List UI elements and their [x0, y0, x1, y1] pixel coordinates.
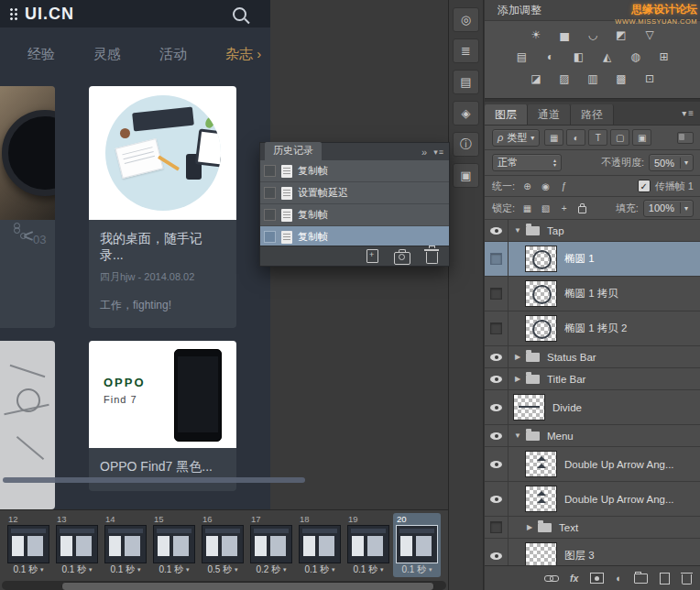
unify-visibility-icon[interactable]: ◉	[538, 180, 553, 193]
panel-menu-icon[interactable]: ▾≡	[682, 102, 700, 125]
card-title[interactable]: 我的桌面，随手记录...	[100, 231, 225, 264]
page-scrollbar[interactable]	[3, 477, 305, 483]
adj-brightness-contrast-icon[interactable]: ☀	[525, 26, 547, 43]
visibility-cell[interactable]	[485, 242, 509, 276]
adj-black-white-icon[interactable]: ◧	[568, 48, 590, 65]
timeline-frame-13[interactable]: 130.1 秒▾	[53, 513, 101, 577]
unify-position-icon[interactable]: ⊕	[520, 180, 535, 193]
layer-row-1[interactable]: ▼Tap	[485, 220, 700, 242]
delete-state-icon[interactable]	[426, 252, 438, 264]
layer-row-8[interactable]: ▼Menu	[485, 425, 700, 447]
tab-layers[interactable]: 图层	[485, 104, 528, 125]
layer-filter-toggle[interactable]	[677, 132, 694, 144]
visibility-cell[interactable]	[485, 390, 509, 424]
expand-triangle-icon[interactable]: ▶	[524, 523, 535, 531]
history-source-box[interactable]	[264, 209, 276, 221]
adj-gradient-map-icon[interactable]: ▩	[610, 70, 632, 87]
layer-row-12[interactable]: 图层 3	[485, 539, 700, 565]
lock-all-icon[interactable]	[574, 202, 590, 215]
timeline-frame-15[interactable]: 150.1 秒▾	[150, 513, 198, 577]
visibility-cell[interactable]	[485, 220, 509, 241]
filter-adjustment-layers-icon[interactable]: ◐	[566, 129, 585, 146]
new-document-from-state-icon[interactable]	[366, 249, 378, 263]
new-group-icon[interactable]	[634, 574, 648, 584]
visibility-cell[interactable]	[485, 482, 509, 516]
adj-vibrance-icon[interactable]: ▽	[639, 26, 661, 43]
layer-row-7[interactable]: Divide	[485, 390, 700, 425]
blend-mode-select[interactable]: 正常 ▴▾	[492, 154, 562, 171]
filter-shape-layers-icon[interactable]: ▢	[610, 129, 629, 146]
fill-select[interactable]: 100% ▾	[643, 200, 694, 217]
panel-menu-icon[interactable]: ▾≡	[433, 148, 443, 157]
link-layers-icon[interactable]	[544, 575, 558, 582]
timeline-frame-20[interactable]: 200.1 秒▾	[393, 513, 441, 577]
nav-tab-1[interactable]: 经验	[27, 46, 55, 63]
expand-triangle-icon[interactable]: ▶	[512, 375, 523, 383]
timeline-frame-18[interactable]: 180.1 秒▾	[296, 513, 344, 577]
history-source-box[interactable]	[264, 231, 276, 243]
timeline-frame-17[interactable]: 170.2 秒▾	[247, 513, 295, 577]
collapsed-info-panel-icon[interactable]: ⓘ	[453, 132, 479, 157]
adj-posterize-icon[interactable]: ▨	[553, 70, 575, 87]
nav-tab-2[interactable]: 灵感	[93, 46, 121, 63]
collapsed-clone-source-panel-icon[interactable]: ◈	[453, 101, 479, 126]
collapse-panel-icon[interactable]: »	[421, 147, 427, 158]
adj-invert-icon[interactable]: ◪	[525, 70, 547, 87]
add-layer-mask-icon[interactable]	[590, 573, 604, 584]
search-icon[interactable]	[233, 7, 246, 21]
layer-row-10[interactable]: Double Up Arrow Ang...	[485, 482, 700, 517]
delete-layer-icon[interactable]	[682, 572, 692, 585]
adj-hue-saturation-icon[interactable]: ▤	[511, 48, 533, 65]
filter-pixel-layers-icon[interactable]: ▦	[544, 129, 563, 146]
visibility-cell[interactable]	[485, 346, 509, 367]
collapsed-adjustments-panel-icon[interactable]: ◎	[453, 7, 479, 32]
adj-selective-color-icon[interactable]: ⊡	[639, 70, 661, 87]
adj-exposure-icon[interactable]: ◩	[610, 26, 632, 43]
propagate-frame-checkbox[interactable]: ✓	[638, 180, 651, 192]
layer-thumbnail[interactable]	[525, 246, 557, 272]
frame-delay-select[interactable]: 0.1 秒▾	[6, 563, 50, 576]
visibility-cell[interactable]	[485, 277, 509, 311]
new-snapshot-icon[interactable]	[394, 252, 410, 265]
tab-paths[interactable]: 路径	[571, 104, 614, 125]
card-oppo-post[interactable]: OPPO Find 7 OPPO Find7 黑色...	[89, 341, 236, 491]
layer-thumbnail[interactable]	[525, 542, 557, 565]
new-layer-icon[interactable]	[660, 573, 670, 585]
unify-style-icon[interactable]: ƒ	[556, 180, 572, 193]
frame-delay-select[interactable]: 0.1 秒▾	[104, 563, 148, 576]
card-sketch-partial[interactable]	[0, 341, 55, 509]
timeline-frame-19[interactable]: 190.1 秒▾	[345, 513, 392, 577]
history-source-box[interactable]	[264, 187, 276, 199]
scrollbar-thumb[interactable]	[61, 582, 434, 590]
expand-triangle-icon[interactable]: ▼	[512, 432, 523, 440]
card-watch-partial[interactable]: 03	[0, 86, 55, 328]
new-adjustment-layer-icon[interactable]: ◐	[616, 573, 622, 584]
adj-curves-icon[interactable]: ◡	[582, 26, 604, 43]
layer-thumbnail[interactable]	[513, 394, 545, 421]
lock-image-pixels-icon[interactable]: ▧	[538, 202, 553, 215]
history-state-row[interactable]: 设置帧延迟	[260, 182, 449, 204]
layer-row-5[interactable]: ▶Status Bar	[485, 346, 700, 368]
adj-photo-filter-icon[interactable]: ◭	[596, 48, 618, 65]
layer-thumbnail[interactable]	[525, 486, 557, 512]
filter-kind-select[interactable]: ρ 类型 ▾	[492, 129, 540, 147]
adj-color-lookup-icon[interactable]: ⊞	[653, 48, 675, 65]
adj-levels-icon[interactable]: ▅	[553, 26, 575, 43]
nav-tab-3[interactable]: 活动	[159, 46, 187, 63]
frame-delay-select[interactable]: 0.1 秒▾	[152, 563, 196, 576]
layer-row-11[interactable]: ▶Text	[485, 517, 700, 539]
expand-triangle-icon[interactable]: ▶	[512, 353, 523, 361]
frame-delay-select[interactable]: 0.5 秒▾	[201, 563, 245, 576]
adj-channel-mixer-icon[interactable]: ◍	[625, 48, 647, 65]
expand-triangle-icon[interactable]: ▼	[512, 226, 523, 235]
timeline-frame-14[interactable]: 140.1 秒▾	[102, 513, 149, 577]
nav-tab-4[interactable]: 杂志 ›	[225, 46, 261, 63]
history-state-row[interactable]: 复制帧	[260, 204, 449, 226]
lock-position-icon[interactable]: +	[556, 202, 572, 215]
adj-threshold-icon[interactable]: ▥	[582, 70, 604, 87]
visibility-cell[interactable]	[485, 368, 509, 389]
history-panel-tab[interactable]: 历史记录	[265, 142, 322, 160]
history-state-row[interactable]: 复制帧	[260, 160, 449, 182]
layer-row-4[interactable]: 椭圆 1 拷贝 2	[485, 311, 700, 346]
timeline-frame-12[interactable]: 120.1 秒▾	[5, 513, 52, 577]
